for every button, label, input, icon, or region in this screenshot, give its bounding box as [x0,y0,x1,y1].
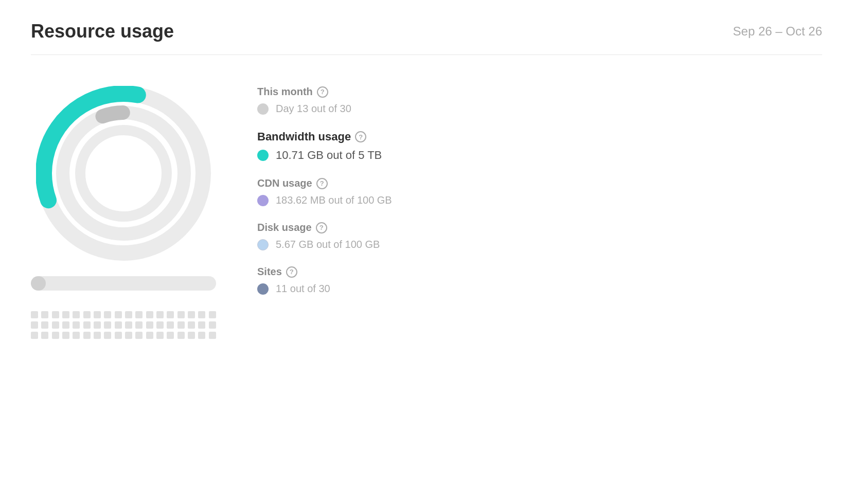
skeleton-grid [31,311,216,339]
skeleton-cell [135,321,143,329]
this-month-help-icon[interactable]: ? [317,86,328,98]
disk-group: Disk usage ? 5.67 GB out of 100 GB [257,222,822,250]
skeleton-cell [62,321,69,329]
page-title: Resource usage [31,21,174,42]
disk-help-icon[interactable]: ? [316,222,327,233]
skeleton-cell [83,332,91,339]
skeleton-cell [146,311,153,318]
skeleton-cell [115,321,122,329]
skeleton-cell [73,321,80,329]
skeleton-cell [31,321,38,329]
header: Resource usage Sep 26 – Oct 26 [31,21,822,55]
skeleton-cell [52,311,59,318]
skeleton-cell [31,311,38,318]
skeleton-cell [156,332,164,339]
this-month-label: This month ? [257,86,822,98]
skeleton-cell [62,332,69,339]
skeleton-cell [146,332,153,339]
skeleton-cell [198,311,205,318]
skeleton-cell [62,311,69,318]
skeleton-cell [104,321,111,329]
skeleton-cell [167,311,174,318]
svg-point-2 [80,130,167,217]
content-area: This month ? Day 13 out of 30 Bandwidth … [31,76,822,339]
skeleton-cell [177,321,185,329]
cdn-help-icon[interactable]: ? [316,178,328,189]
skeleton-cell [94,332,101,339]
skeleton-cell [135,332,143,339]
skeleton-cell [73,311,80,318]
donut-svg [36,86,211,261]
skeleton-cell [198,321,205,329]
skeleton-cell [52,321,59,329]
skeleton-cell [188,332,195,339]
disk-value: 5.67 GB out of 100 GB [257,239,822,250]
skeleton-cell [135,311,143,318]
cdn-label: CDN usage ? [257,177,822,189]
skeleton-cell [41,311,48,318]
bandwidth-help-icon[interactable]: ? [355,131,366,142]
skeleton-cell [125,321,132,329]
skeleton-cell [94,311,101,318]
skeleton-cell [52,332,59,339]
skeleton-cell [177,311,185,318]
skeleton-cell [73,332,80,339]
sites-help-icon[interactable]: ? [286,266,297,278]
skeleton-cell [83,321,91,329]
skeleton-cell [94,321,101,329]
skeleton-cell [167,332,174,339]
this-month-group: This month ? Day 13 out of 30 [257,86,822,115]
donut-chart [36,86,211,261]
skeleton-cell [125,332,132,339]
sites-value: 11 out of 30 [257,283,822,295]
bandwidth-dot [257,150,269,161]
skeleton-cell [83,311,91,318]
skeleton-cell [177,332,185,339]
bandwidth-value: 10.71 GB out of 5 TB [257,149,822,162]
this-month-value: Day 13 out of 30 [257,103,822,115]
skeleton-cell [188,321,195,329]
progress-bar [31,276,216,291]
cdn-dot [257,195,269,206]
skeleton-cell [209,332,216,339]
skeleton-cell [198,332,205,339]
skeleton-cell [104,311,111,318]
date-range: Sep 26 – Oct 26 [733,24,822,39]
skeleton-cell [115,311,122,318]
skeleton-cell [41,321,48,329]
skeleton-cell [209,321,216,329]
skeleton-cell [115,332,122,339]
disk-label: Disk usage ? [257,222,822,233]
disk-dot [257,239,269,250]
skeleton-cell [156,321,164,329]
skeleton-cell [209,311,216,318]
skeleton-cell [125,311,132,318]
skeleton-cell [41,332,48,339]
cdn-value: 183.62 MB out of 100 GB [257,194,822,206]
sites-label: Sites ? [257,266,822,278]
bandwidth-label: Bandwidth usage ? [257,130,822,143]
skeleton-cell [188,311,195,318]
progress-bar-fill [31,276,46,291]
chart-section [31,76,216,339]
skeleton-cell [156,311,164,318]
skeleton-cell [146,321,153,329]
this-month-dot [257,103,269,115]
skeleton-cell [104,332,111,339]
sites-dot [257,283,269,295]
skeleton-cell [167,321,174,329]
cdn-group: CDN usage ? 183.62 MB out of 100 GB [257,177,822,206]
skeleton-cell [31,332,38,339]
bandwidth-group: Bandwidth usage ? 10.71 GB out of 5 TB [257,130,822,162]
sites-group: Sites ? 11 out of 30 [257,266,822,295]
stats-section: This month ? Day 13 out of 30 Bandwidth … [257,76,822,310]
page-container: Resource usage Sep 26 – Oct 26 [0,0,853,359]
